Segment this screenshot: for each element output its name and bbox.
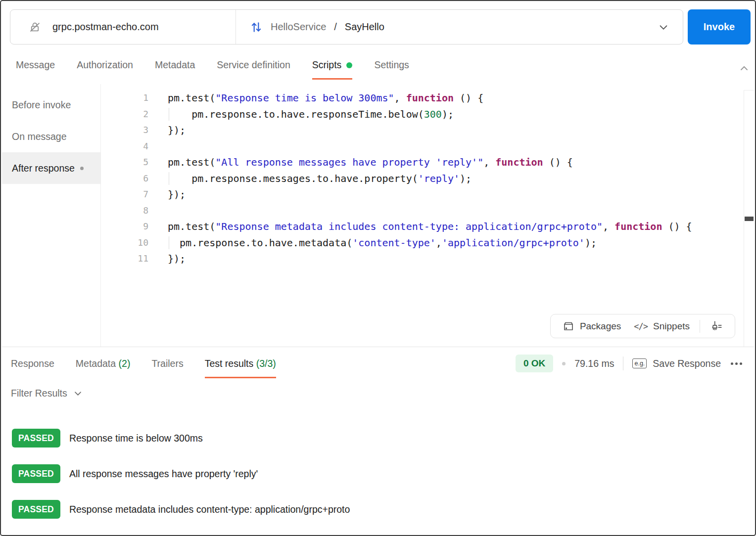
scripts-changes-dot bbox=[346, 62, 352, 68]
test-results-list: PASSED Response time is below 300ms PASS… bbox=[12, 429, 743, 536]
line-number: 11 bbox=[101, 251, 148, 267]
passed-badge: PASSED bbox=[12, 464, 60, 483]
code-line[interactable]: }); bbox=[148, 186, 742, 203]
tab-service-definition[interactable]: Service definition bbox=[217, 55, 290, 80]
tab-scripts[interactable]: Scripts bbox=[312, 55, 353, 80]
method-name: SayHello bbox=[345, 21, 384, 33]
service-method-separator: / bbox=[334, 21, 337, 33]
line-number: 5 bbox=[101, 154, 148, 171]
service-name: HelloService bbox=[271, 21, 326, 33]
editor-scrollbar[interactable] bbox=[744, 90, 754, 347]
metadata-count: (2) bbox=[119, 358, 131, 369]
response-header: Response Metadata (2) Trailers Test resu… bbox=[1, 347, 755, 380]
status-badge: 0 OK bbox=[516, 355, 553, 372]
code-line[interactable]: pm.test("Response time is below 300ms", … bbox=[148, 90, 742, 106]
test-name: Response metadata includes content-type:… bbox=[69, 504, 350, 515]
tab-metadata[interactable]: Metadata bbox=[155, 55, 195, 80]
broom-icon bbox=[710, 320, 723, 333]
method-selector[interactable]: HelloService / SayHello bbox=[236, 10, 683, 44]
line-number: 3 bbox=[101, 122, 148, 138]
sidebar-item-on-message[interactable]: On message bbox=[2, 121, 100, 152]
line-number: 8 bbox=[101, 203, 148, 219]
save-example-icon: e.g. bbox=[632, 358, 647, 369]
test-result-row: PASSED Response metadata includes conten… bbox=[12, 500, 743, 519]
line-number: 9 bbox=[101, 219, 148, 235]
filter-chevron-down-icon bbox=[73, 389, 83, 398]
response-tabs: Response Metadata (2) Trailers Test resu… bbox=[1, 347, 276, 378]
code-brackets-icon: </> bbox=[634, 321, 648, 331]
code-line[interactable] bbox=[148, 138, 742, 155]
passed-badge: PASSED bbox=[12, 500, 60, 519]
line-number: 1 bbox=[101, 90, 148, 106]
snippets-button[interactable]: </> Snippets bbox=[631, 321, 693, 332]
code-line[interactable]: }); bbox=[148, 251, 742, 267]
insecure-lock-icon bbox=[28, 20, 42, 34]
code-line[interactable]: pm.test("Response metadata includes cont… bbox=[148, 219, 742, 235]
code-line[interactable]: pm.test("All response messages have prop… bbox=[148, 154, 742, 171]
code-line[interactable]: pm.response.to.have.metadata('content-ty… bbox=[148, 235, 742, 251]
editor-scrollbar-thumb[interactable] bbox=[745, 217, 754, 221]
code-line[interactable]: pm.response.to.have.responseTime.below(3… bbox=[148, 106, 742, 123]
editor-toolbar: Packages </> Snippets bbox=[550, 314, 735, 338]
response-meta: 0 OK 79.16 ms e.g. Save Response bbox=[516, 347, 755, 380]
sidebar-item-after-response[interactable]: After response bbox=[2, 152, 100, 184]
filter-results-dropdown[interactable]: Filter Results bbox=[11, 388, 83, 399]
packages-button[interactable]: Packages bbox=[560, 320, 624, 332]
tab-authorization[interactable]: Authorization bbox=[77, 55, 133, 80]
code-line[interactable]: }); bbox=[148, 122, 742, 138]
tab-test-results[interactable]: Test results (3/3) bbox=[205, 347, 276, 378]
dot-separator bbox=[562, 362, 566, 365]
response-time: 79.16 ms bbox=[574, 358, 614, 369]
line-number: 6 bbox=[101, 171, 148, 187]
toolbar-divider bbox=[700, 320, 700, 333]
test-results-count: (3/3) bbox=[256, 358, 276, 369]
scripts-sidebar: Before invoke On message After response bbox=[2, 84, 101, 347]
server-url-field[interactable]: grpc.postman-echo.com bbox=[10, 10, 236, 44]
tab-message[interactable]: Message bbox=[16, 55, 55, 80]
script-editor[interactable]: 1pm.test("Response time is below 300ms",… bbox=[101, 84, 742, 347]
test-name: All response messages have property 'rep… bbox=[69, 468, 258, 480]
invoke-button[interactable]: Invoke bbox=[688, 9, 751, 45]
vertical-divider bbox=[623, 357, 623, 370]
server-url-text: grpc.postman-echo.com bbox=[52, 21, 159, 33]
url-bar: grpc.postman-echo.com HelloService / Say… bbox=[10, 9, 751, 45]
scripts-panel: Before invoke On message After response … bbox=[2, 84, 754, 347]
test-name: Response time is below 300ms bbox=[69, 433, 203, 444]
address-box: grpc.postman-echo.com HelloService / Say… bbox=[10, 9, 683, 45]
passed-badge: PASSED bbox=[12, 429, 60, 447]
collapse-chevron-up-icon[interactable] bbox=[738, 62, 750, 74]
test-result-row: PASSED All response messages have proper… bbox=[12, 464, 743, 483]
line-number: 4 bbox=[101, 138, 148, 155]
tab-response-metadata[interactable]: Metadata (2) bbox=[76, 347, 131, 378]
code-line[interactable]: pm.response.messages.to.have.property('r… bbox=[148, 171, 742, 187]
tab-settings[interactable]: Settings bbox=[374, 55, 409, 80]
swap-arrows-icon bbox=[250, 21, 263, 34]
test-result-row: PASSED Response time is below 300ms bbox=[12, 429, 743, 447]
tab-trailers[interactable]: Trailers bbox=[151, 347, 183, 378]
tab-response[interactable]: Response bbox=[11, 347, 54, 378]
line-number: 10 bbox=[101, 235, 148, 251]
editor-lines: 1pm.test("Response time is below 300ms",… bbox=[101, 90, 742, 267]
line-number: 7 bbox=[101, 186, 148, 203]
after-response-changes-dot bbox=[80, 167, 84, 170]
method-dropdown-chevron-icon[interactable] bbox=[658, 22, 669, 33]
more-options-icon[interactable] bbox=[730, 359, 743, 368]
code-line[interactable] bbox=[148, 203, 742, 219]
save-response-button[interactable]: e.g. Save Response bbox=[632, 358, 721, 369]
line-number: 2 bbox=[101, 106, 148, 123]
sidebar-item-before-invoke[interactable]: Before invoke bbox=[2, 89, 100, 121]
package-icon bbox=[563, 320, 574, 332]
request-tabs: Message Authorization Metadata Service d… bbox=[1, 55, 732, 84]
format-code-button[interactable] bbox=[707, 320, 726, 333]
app-window: grpc.postman-echo.com HelloService / Say… bbox=[0, 0, 756, 536]
